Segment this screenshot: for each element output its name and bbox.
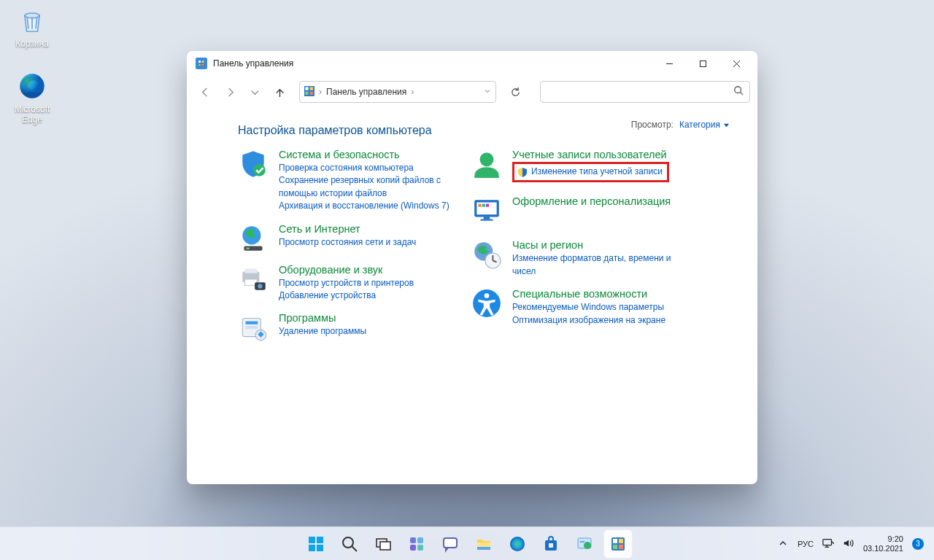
monitor-appearance-icon bbox=[471, 195, 502, 226]
category-link[interactable]: Удаление программы bbox=[279, 325, 457, 338]
category-link[interactable]: Изменение типа учетной записи bbox=[531, 166, 663, 178]
maximize-button[interactable] bbox=[686, 52, 719, 74]
address-bar[interactable]: › Панель управления › bbox=[299, 81, 496, 103]
category-title[interactable]: Программы bbox=[279, 312, 457, 324]
category-title[interactable]: Часы и регион bbox=[512, 239, 690, 251]
nav-back-button[interactable] bbox=[194, 81, 216, 103]
svg-line-52 bbox=[352, 546, 357, 551]
svg-rect-40 bbox=[481, 219, 493, 221]
nav-up-button[interactable] bbox=[269, 81, 290, 103]
category-title[interactable]: Оформление и персонализация bbox=[512, 195, 690, 207]
svg-rect-36 bbox=[478, 204, 481, 207]
desktop-recycle-bin[interactable]: Корзина bbox=[4, 4, 60, 49]
minimize-button[interactable] bbox=[652, 52, 686, 74]
tray-time: 9:20 bbox=[863, 534, 903, 544]
search-box[interactable] bbox=[540, 81, 750, 103]
close-button[interactable] bbox=[719, 52, 753, 74]
svg-rect-39 bbox=[484, 217, 490, 219]
uac-shield-icon bbox=[517, 167, 528, 177]
titlebar[interactable]: Панель управления bbox=[187, 51, 757, 76]
category-ease-of-access: Специальные возможности Рекомендуемые Wi… bbox=[471, 288, 690, 327]
category-link[interactable]: Добавление устройства bbox=[279, 289, 457, 302]
tray-date: 03.10.2021 bbox=[863, 544, 903, 553]
svg-rect-48 bbox=[317, 537, 323, 543]
svg-rect-49 bbox=[309, 545, 315, 551]
breadcrumb-item[interactable]: Панель управления bbox=[326, 87, 406, 97]
svg-rect-8 bbox=[700, 61, 706, 66]
svg-rect-59 bbox=[444, 538, 457, 548]
svg-point-62 bbox=[510, 537, 525, 551]
view-by-dropdown[interactable]: Категория bbox=[679, 120, 730, 130]
category-accounts: Учетные записи пользователей Изменение т… bbox=[471, 149, 690, 182]
category-link[interactable]: Проверка состояния компьютера bbox=[279, 162, 457, 174]
desktop-edge[interactable]: Microsoft Edge bbox=[4, 70, 60, 125]
tray-overflow-button[interactable] bbox=[777, 537, 789, 551]
tray-clock[interactable]: 9:20 03.10.2021 bbox=[863, 534, 903, 553]
category-system-security: Система и безопасность Проверка состояни… bbox=[238, 149, 457, 213]
category-link[interactable]: Архивация и восстановление (Windows 7) bbox=[279, 200, 457, 212]
search-input[interactable] bbox=[547, 87, 733, 97]
category-programs: Программы Удаление программы bbox=[238, 312, 457, 343]
taskbar-search[interactable] bbox=[335, 529, 364, 559]
svg-rect-57 bbox=[410, 545, 416, 551]
svg-point-28 bbox=[258, 284, 262, 288]
taskbar-taskview[interactable] bbox=[368, 529, 398, 559]
refresh-button[interactable] bbox=[503, 81, 527, 103]
taskbar-store[interactable] bbox=[536, 529, 566, 559]
taskbar-widgets[interactable] bbox=[402, 529, 431, 559]
control-panel-window: Панель управления › Панель управления › bbox=[187, 51, 757, 484]
nav-forward-button[interactable] bbox=[219, 81, 241, 103]
svg-rect-30 bbox=[246, 322, 258, 324]
svg-rect-70 bbox=[613, 545, 617, 549]
taskbar-center bbox=[301, 529, 633, 559]
tray-notification-badge[interactable]: 3 bbox=[912, 538, 924, 550]
svg-rect-25 bbox=[244, 268, 257, 273]
content-area: Настройка параметров компьютера Просмотр… bbox=[187, 108, 757, 484]
svg-rect-55 bbox=[410, 537, 416, 543]
category-title[interactable]: Учетные записи пользователей bbox=[512, 149, 690, 160]
category-title[interactable]: Оборудование и звук bbox=[279, 264, 457, 276]
address-dropdown-icon[interactable] bbox=[484, 87, 491, 97]
svg-rect-58 bbox=[417, 545, 423, 551]
breadcrumb-separator-icon: › bbox=[319, 87, 322, 97]
category-link[interactable]: Рекомендуемые Windows параметры bbox=[512, 301, 690, 314]
start-button[interactable] bbox=[301, 529, 331, 559]
svg-rect-56 bbox=[417, 537, 423, 543]
clock-globe-icon bbox=[471, 239, 502, 270]
edge-icon bbox=[16, 70, 48, 102]
category-network: Сеть и Интернет Просмотр состояния сети … bbox=[238, 223, 457, 254]
breadcrumb-separator-icon: › bbox=[411, 87, 414, 97]
category-title[interactable]: Специальные возможности bbox=[512, 288, 690, 300]
tray-language[interactable]: РУС bbox=[798, 540, 814, 548]
category-link[interactable]: Оптимизация изображения на экране bbox=[512, 314, 690, 327]
svg-rect-68 bbox=[613, 539, 617, 543]
svg-line-18 bbox=[741, 93, 744, 96]
control-panel-small-icon bbox=[304, 86, 314, 98]
category-title[interactable]: Система и безопасность bbox=[279, 149, 457, 160]
nav-recent-button[interactable] bbox=[244, 81, 266, 103]
svg-point-33 bbox=[480, 152, 494, 166]
taskbar-app-generic[interactable] bbox=[570, 529, 599, 559]
taskbar-edge[interactable] bbox=[503, 529, 532, 559]
taskbar-chat[interactable] bbox=[436, 529, 465, 559]
search-icon[interactable] bbox=[733, 85, 744, 98]
tray-network-icon[interactable] bbox=[822, 537, 834, 551]
category-title[interactable]: Сеть и Интернет bbox=[279, 223, 457, 235]
taskbar-explorer[interactable] bbox=[469, 529, 498, 559]
taskbar: РУС 9:20 03.10.2021 3 bbox=[0, 526, 934, 560]
category-link[interactable]: Изменение форматов даты, времени и чисел bbox=[512, 252, 690, 278]
svg-marker-19 bbox=[724, 123, 729, 127]
category-link[interactable]: Просмотр устройств и принтеров bbox=[279, 277, 457, 289]
taskbar-control-panel[interactable] bbox=[603, 529, 633, 559]
category-link[interactable]: Сохранение резервных копий файлов с помо… bbox=[279, 174, 457, 200]
svg-rect-47 bbox=[309, 537, 315, 543]
category-link[interactable]: Просмотр состояния сети и задач bbox=[279, 236, 457, 249]
user-account-icon bbox=[471, 149, 502, 179]
desktop-icon-label: Корзина bbox=[4, 39, 60, 49]
tray-volume-icon[interactable] bbox=[843, 537, 854, 551]
category-hardware: Оборудование и звук Просмотр устройств и… bbox=[238, 264, 457, 303]
category-appearance: Оформление и персонализация bbox=[471, 195, 690, 226]
svg-point-17 bbox=[735, 87, 741, 93]
svg-rect-69 bbox=[619, 539, 623, 543]
svg-point-51 bbox=[343, 537, 353, 548]
